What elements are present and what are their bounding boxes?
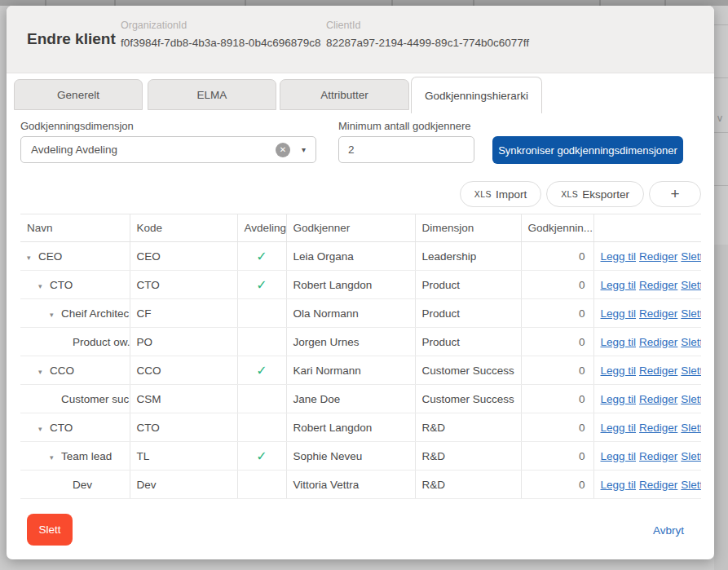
approver-cell: Vittoria Vettra xyxy=(286,471,415,499)
slett-link[interactable]: Slett xyxy=(681,479,701,491)
dimension-cell: R&D xyxy=(415,413,521,442)
approver-cell: Robert Langdon xyxy=(286,271,415,299)
organization-id-field: OrganizationId f0f3984f-7db8-4b3a-8918-0… xyxy=(121,20,320,49)
expand-caret-icon[interactable]: ▾ xyxy=(50,311,61,319)
table-toolbar: XLS Import XLS Eksporter + xyxy=(460,181,701,207)
department-check-cell xyxy=(237,413,286,442)
count-cell: 0 xyxy=(521,471,593,499)
rediger-link[interactable]: Rediger xyxy=(639,479,677,491)
min-approvers-input[interactable] xyxy=(338,136,474,163)
expand-caret-icon[interactable]: ▾ xyxy=(38,425,50,433)
slett-link[interactable]: Slett xyxy=(681,422,701,434)
node-name: Customer suc... xyxy=(61,393,130,405)
expand-caret-icon[interactable]: ▾ xyxy=(50,453,61,462)
actions-cell: Legg tilRedigerSlett xyxy=(593,271,701,299)
name-cell: ▾Customer suc... xyxy=(20,385,130,413)
department-check-cell: ✓ xyxy=(237,242,286,271)
chevron-down-icon[interactable]: ▾ xyxy=(302,145,306,154)
tab-attributter[interactable]: Attributter xyxy=(280,79,409,110)
table-row: ▾Cheif Architec... CF Ola Normann Produc… xyxy=(20,299,701,328)
rediger-link[interactable]: Rediger xyxy=(639,393,677,405)
expand-caret-icon[interactable]: ▾ xyxy=(38,368,50,376)
client-id-field: ClientId 82287a97-2194-4499-89c1-774b0c6… xyxy=(326,20,529,49)
column-header-godkjenner: Godkjenner xyxy=(286,214,415,242)
department-check-cell xyxy=(237,471,286,499)
add-row-button[interactable]: + xyxy=(649,181,701,207)
xls-export-label: Eksporter xyxy=(582,188,629,201)
xls-import-button[interactable]: XLS Import xyxy=(460,181,541,207)
backdrop-row-line xyxy=(714,185,728,186)
code-cell: CCO xyxy=(130,356,237,385)
code-cell: Dev xyxy=(130,471,237,499)
table-row: ▾Team lead TL ✓ Sophie Neveu R&D 0 Legg … xyxy=(20,442,701,471)
expand-caret-icon[interactable]: ▾ xyxy=(27,254,38,262)
column-header-kode: Kode xyxy=(130,214,237,242)
rediger-link[interactable]: Rediger xyxy=(639,450,677,462)
node-name: CEO xyxy=(38,250,62,263)
legg-til-link[interactable]: Legg til xyxy=(601,450,637,462)
legg-til-link[interactable]: Legg til xyxy=(601,307,637,320)
backdrop-row-line xyxy=(714,77,728,78)
department-check-cell: ✓ xyxy=(237,442,286,471)
cancel-link[interactable]: Avbryt xyxy=(653,524,684,537)
chevron-down-icon: v xyxy=(713,113,727,124)
delete-button[interactable]: Slett xyxy=(27,514,73,546)
modal-header: Endre klient OrganizationId f0f3984f-7db… xyxy=(7,6,714,73)
dimension-cell: R&D xyxy=(415,471,521,499)
dimension-select[interactable]: Avdeling Avdeling ✕ ▾ xyxy=(20,136,316,163)
slett-link[interactable]: Slett xyxy=(681,279,701,291)
tab-elma[interactable]: ELMA xyxy=(148,79,276,110)
slett-link[interactable]: Slett xyxy=(681,450,701,462)
xls-prefix: XLS xyxy=(561,189,578,199)
slett-link[interactable]: Slett xyxy=(681,307,701,320)
code-cell: TL xyxy=(130,442,237,471)
rediger-link[interactable]: Rediger xyxy=(639,250,677,263)
sync-dimensions-button[interactable]: Synkroniser godkjenningsdimensjoner xyxy=(492,136,683,164)
count-cell: 0 xyxy=(521,242,593,271)
table-row: ▾CEO CEO ✓ Leia Organa Leadership 0 Legg… xyxy=(20,242,701,271)
tab-generelt[interactable]: Generelt xyxy=(14,79,143,110)
backdrop-panel xyxy=(714,245,728,570)
count-cell: 0 xyxy=(521,385,593,413)
legg-til-link[interactable]: Legg til xyxy=(601,336,637,348)
slett-link[interactable]: Slett xyxy=(681,365,701,377)
check-icon: ✓ xyxy=(256,250,267,263)
legg-til-link[interactable]: Legg til xyxy=(601,365,637,377)
name-cell: ▾CEO xyxy=(20,242,130,271)
department-check-cell: ✓ xyxy=(237,271,286,299)
legg-til-link[interactable]: Legg til xyxy=(601,393,637,405)
rediger-link[interactable]: Rediger xyxy=(639,307,677,320)
name-cell: ▾Cheif Architec... xyxy=(20,299,130,328)
slett-link[interactable]: Slett xyxy=(681,336,701,348)
slett-link[interactable]: Slett xyxy=(681,250,701,263)
table-row: ▾CTO CTO Robert Langdon R&D 0 Legg tilRe… xyxy=(20,413,701,442)
rediger-link[interactable]: Rediger xyxy=(639,279,677,291)
rediger-link[interactable]: Rediger xyxy=(639,336,677,348)
name-cell: ▾CTO xyxy=(20,413,130,442)
actions-cell: Legg tilRedigerSlett xyxy=(593,299,701,328)
department-check-cell xyxy=(237,328,286,356)
slett-link[interactable]: Slett xyxy=(681,393,701,405)
clear-icon[interactable]: ✕ xyxy=(276,143,290,157)
rediger-link[interactable]: Rediger xyxy=(639,365,677,377)
expand-caret-icon[interactable]: ▾ xyxy=(38,282,50,290)
legg-til-link[interactable]: Legg til xyxy=(601,479,637,491)
legg-til-link[interactable]: Legg til xyxy=(601,250,637,263)
xls-export-button[interactable]: XLS Eksporter xyxy=(546,181,644,207)
actions-cell: Legg tilRedigerSlett xyxy=(593,442,701,471)
column-header-navn: Navn xyxy=(20,214,130,242)
legg-til-link[interactable]: Legg til xyxy=(601,279,637,291)
name-cell: ▾CCO xyxy=(20,356,130,385)
department-check-cell xyxy=(237,299,286,328)
column-header-avdelings: Avdelings... xyxy=(237,214,286,242)
node-name: Cheif Architec... xyxy=(61,307,130,320)
table-row: ▾Dev Dev Vittoria Vettra R&D 0 Legg tilR… xyxy=(20,471,701,499)
node-name: Product ow... xyxy=(73,336,130,348)
count-cell: 0 xyxy=(521,299,593,328)
client-id-label: ClientId xyxy=(326,20,529,31)
dimension-cell: Product xyxy=(415,328,521,356)
rediger-link[interactable]: Rediger xyxy=(639,422,677,434)
dimension-cell: Customer Success xyxy=(415,385,521,413)
tab-godkjenningshierarki[interactable]: Godkjenningshierarki xyxy=(411,77,542,113)
legg-til-link[interactable]: Legg til xyxy=(601,422,637,434)
